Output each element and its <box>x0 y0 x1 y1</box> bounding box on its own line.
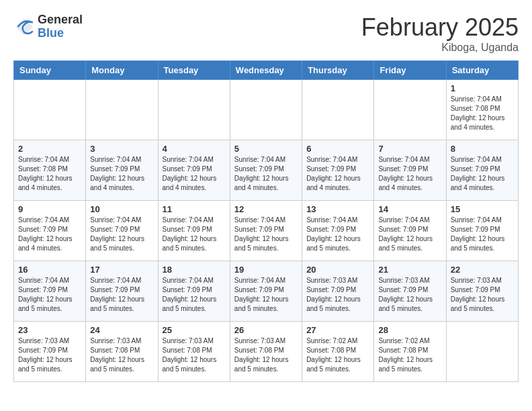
page-header: General Blue February 2025 Kiboga, Ugand… <box>13 13 519 54</box>
day-number: 20 <box>306 265 369 275</box>
day-number: 26 <box>234 325 298 335</box>
calendar-cell: 28Sunrise: 7:02 AM Sunset: 7:08 PM Dayli… <box>374 322 446 382</box>
day-header-sunday: Sunday <box>14 61 86 80</box>
calendar-cell: 8Sunrise: 7:04 AM Sunset: 7:09 PM Daylig… <box>446 140 518 201</box>
calendar-week-2: 2Sunrise: 7:04 AM Sunset: 7:08 PM Daylig… <box>14 140 519 201</box>
day-number: 25 <box>163 325 226 335</box>
day-number: 8 <box>451 144 514 154</box>
day-number: 23 <box>18 325 81 335</box>
calendar-week-3: 9Sunrise: 7:04 AM Sunset: 7:09 PM Daylig… <box>14 201 519 261</box>
day-header-thursday: Thursday <box>302 61 374 80</box>
day-number: 4 <box>163 144 226 154</box>
day-header-tuesday: Tuesday <box>158 61 230 80</box>
logo-blue-text: Blue <box>38 27 83 40</box>
day-info: Sunrise: 7:04 AM Sunset: 7:09 PM Dayligh… <box>451 155 514 193</box>
calendar-cell: 2Sunrise: 7:04 AM Sunset: 7:08 PM Daylig… <box>14 140 86 201</box>
day-info: Sunrise: 7:04 AM Sunset: 7:09 PM Dayligh… <box>234 276 298 314</box>
day-info: Sunrise: 7:04 AM Sunset: 7:09 PM Dayligh… <box>378 216 441 253</box>
calendar-cell <box>86 80 158 140</box>
day-number: 12 <box>234 204 298 214</box>
day-info: Sunrise: 7:04 AM Sunset: 7:09 PM Dayligh… <box>90 155 153 193</box>
calendar-header-row: SundayMondayTuesdayWednesdayThursdayFrid… <box>14 61 519 80</box>
day-header-friday: Friday <box>374 61 446 80</box>
logo-text: General Blue <box>38 13 83 40</box>
day-number: 17 <box>90 265 153 275</box>
day-number: 19 <box>234 265 298 275</box>
day-number: 2 <box>18 144 81 154</box>
calendar-cell <box>158 80 230 140</box>
calendar-cell: 25Sunrise: 7:03 AM Sunset: 7:08 PM Dayli… <box>158 322 230 382</box>
calendar-week-5: 23Sunrise: 7:03 AM Sunset: 7:09 PM Dayli… <box>14 322 519 382</box>
day-info: Sunrise: 7:04 AM Sunset: 7:09 PM Dayligh… <box>163 276 226 314</box>
calendar-cell <box>374 80 446 140</box>
day-number: 15 <box>451 204 514 214</box>
calendar-cell: 13Sunrise: 7:04 AM Sunset: 7:09 PM Dayli… <box>302 201 374 261</box>
logo: General Blue <box>13 13 83 40</box>
day-info: Sunrise: 7:04 AM Sunset: 7:09 PM Dayligh… <box>378 155 441 193</box>
day-info: Sunrise: 7:04 AM Sunset: 7:09 PM Dayligh… <box>234 155 298 193</box>
day-number: 3 <box>90 144 153 154</box>
day-number: 22 <box>451 265 514 275</box>
calendar-week-4: 16Sunrise: 7:04 AM Sunset: 7:09 PM Dayli… <box>14 261 519 322</box>
day-number: 13 <box>306 204 369 214</box>
day-info: Sunrise: 7:02 AM Sunset: 7:08 PM Dayligh… <box>378 336 441 374</box>
day-info: Sunrise: 7:04 AM Sunset: 7:09 PM Dayligh… <box>306 216 369 253</box>
day-info: Sunrise: 7:04 AM Sunset: 7:09 PM Dayligh… <box>90 216 153 253</box>
calendar-cell <box>446 322 518 382</box>
day-info: Sunrise: 7:02 AM Sunset: 7:08 PM Dayligh… <box>306 336 369 374</box>
calendar-cell: 9Sunrise: 7:04 AM Sunset: 7:09 PM Daylig… <box>14 201 86 261</box>
day-info: Sunrise: 7:03 AM Sunset: 7:09 PM Dayligh… <box>378 276 441 314</box>
day-info: Sunrise: 7:04 AM Sunset: 7:09 PM Dayligh… <box>234 216 298 253</box>
calendar-cell: 20Sunrise: 7:03 AM Sunset: 7:09 PM Dayli… <box>302 261 374 322</box>
day-info: Sunrise: 7:04 AM Sunset: 7:09 PM Dayligh… <box>451 216 514 253</box>
day-number: 11 <box>163 204 226 214</box>
calendar-cell: 4Sunrise: 7:04 AM Sunset: 7:09 PM Daylig… <box>158 140 230 201</box>
day-header-monday: Monday <box>86 61 158 80</box>
calendar-cell: 22Sunrise: 7:03 AM Sunset: 7:09 PM Dayli… <box>446 261 518 322</box>
day-number: 1 <box>451 83 514 93</box>
day-info: Sunrise: 7:04 AM Sunset: 7:09 PM Dayligh… <box>163 155 226 193</box>
calendar-table: SundayMondayTuesdayWednesdayThursdayFrid… <box>13 60 519 382</box>
calendar-cell: 26Sunrise: 7:03 AM Sunset: 7:08 PM Dayli… <box>230 322 302 382</box>
day-info: Sunrise: 7:04 AM Sunset: 7:09 PM Dayligh… <box>18 276 81 314</box>
day-info: Sunrise: 7:04 AM Sunset: 7:08 PM Dayligh… <box>18 155 81 193</box>
calendar-cell: 7Sunrise: 7:04 AM Sunset: 7:09 PM Daylig… <box>374 140 446 201</box>
day-number: 7 <box>378 144 441 154</box>
calendar-cell: 11Sunrise: 7:04 AM Sunset: 7:09 PM Dayli… <box>158 201 230 261</box>
month-title: February 2025 <box>361 13 519 42</box>
calendar-week-1: 1Sunrise: 7:04 AM Sunset: 7:08 PM Daylig… <box>14 80 519 140</box>
day-header-wednesday: Wednesday <box>230 61 302 80</box>
logo-icon <box>13 16 35 38</box>
calendar-cell: 5Sunrise: 7:04 AM Sunset: 7:09 PM Daylig… <box>230 140 302 201</box>
day-number: 10 <box>90 204 153 214</box>
location: Kiboga, Uganda <box>361 42 519 54</box>
calendar-cell: 18Sunrise: 7:04 AM Sunset: 7:09 PM Dayli… <box>158 261 230 322</box>
day-info: Sunrise: 7:03 AM Sunset: 7:08 PM Dayligh… <box>163 336 226 374</box>
day-info: Sunrise: 7:04 AM Sunset: 7:09 PM Dayligh… <box>90 276 153 314</box>
calendar-cell: 15Sunrise: 7:04 AM Sunset: 7:09 PM Dayli… <box>446 201 518 261</box>
calendar-cell: 21Sunrise: 7:03 AM Sunset: 7:09 PM Dayli… <box>374 261 446 322</box>
calendar-cell: 23Sunrise: 7:03 AM Sunset: 7:09 PM Dayli… <box>14 322 86 382</box>
calendar-cell: 10Sunrise: 7:04 AM Sunset: 7:09 PM Dayli… <box>86 201 158 261</box>
calendar-cell <box>302 80 374 140</box>
calendar-cell: 16Sunrise: 7:04 AM Sunset: 7:09 PM Dayli… <box>14 261 86 322</box>
calendar-cell: 27Sunrise: 7:02 AM Sunset: 7:08 PM Dayli… <box>302 322 374 382</box>
calendar-cell <box>230 80 302 140</box>
day-number: 28 <box>378 325 441 335</box>
day-number: 9 <box>18 204 81 214</box>
day-number: 6 <box>306 144 369 154</box>
day-info: Sunrise: 7:04 AM Sunset: 7:08 PM Dayligh… <box>451 95 514 132</box>
day-info: Sunrise: 7:03 AM Sunset: 7:09 PM Dayligh… <box>451 276 514 314</box>
day-info: Sunrise: 7:04 AM Sunset: 7:09 PM Dayligh… <box>306 155 369 193</box>
day-info: Sunrise: 7:03 AM Sunset: 7:09 PM Dayligh… <box>306 276 369 314</box>
day-number: 27 <box>306 325 369 335</box>
day-number: 14 <box>378 204 441 214</box>
calendar-cell: 19Sunrise: 7:04 AM Sunset: 7:09 PM Dayli… <box>230 261 302 322</box>
calendar-cell: 1Sunrise: 7:04 AM Sunset: 7:08 PM Daylig… <box>446 80 518 140</box>
calendar-cell: 24Sunrise: 7:03 AM Sunset: 7:08 PM Dayli… <box>86 322 158 382</box>
day-info: Sunrise: 7:03 AM Sunset: 7:09 PM Dayligh… <box>18 336 81 374</box>
calendar-cell: 6Sunrise: 7:04 AM Sunset: 7:09 PM Daylig… <box>302 140 374 201</box>
day-info: Sunrise: 7:04 AM Sunset: 7:09 PM Dayligh… <box>163 216 226 253</box>
calendar-cell <box>14 80 86 140</box>
calendar-cell: 3Sunrise: 7:04 AM Sunset: 7:09 PM Daylig… <box>86 140 158 201</box>
